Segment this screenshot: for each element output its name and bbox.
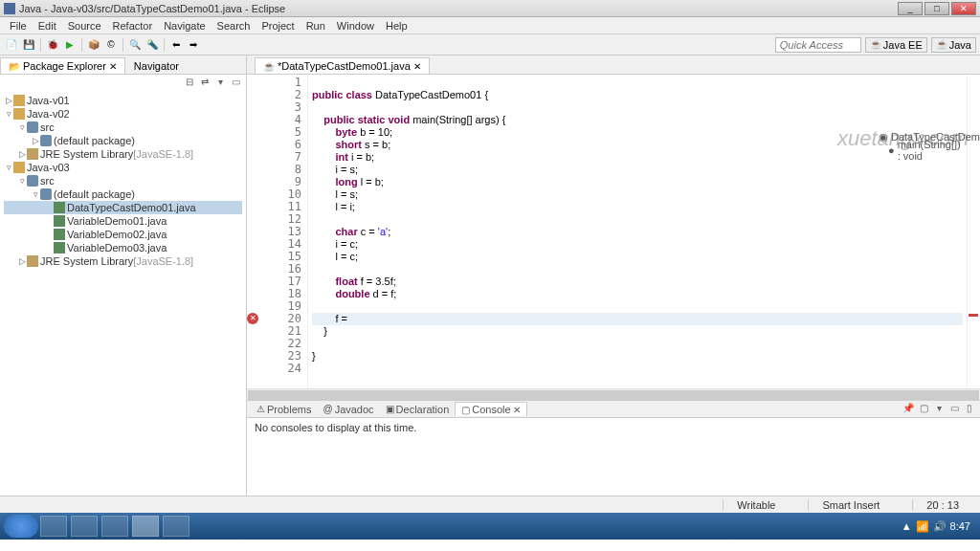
perspective-javaee[interactable]: ☕ Java EE [865, 37, 927, 53]
perspective-java[interactable]: ☕ Java [931, 37, 976, 53]
save-icon[interactable]: 💾 [21, 37, 36, 53]
editor-area[interactable]: ✕ 12345678910111213141516171819202122232… [247, 75, 980, 388]
app-icon [4, 3, 15, 14]
menu-navigate[interactable]: Navigate [158, 20, 211, 32]
tab-javadoc[interactable]: @ Javadoc [317, 403, 379, 416]
taskbar-explorer-icon[interactable] [40, 516, 67, 537]
windows-taskbar: ▲ 📶 🔊 8:47 [0, 513, 980, 540]
quick-access-area: ☕ Java EE ☕ Java [775, 37, 976, 53]
menu-search[interactable]: Search [212, 20, 256, 32]
taskbar-app-icon[interactable] [71, 516, 98, 537]
status-writable: Writable [723, 499, 789, 511]
code-text-area[interactable]: public class DataTypeCastDemo01 { public… [308, 75, 967, 388]
menu-source[interactable]: Source [62, 20, 107, 32]
main-toolbar: 📄 💾 🐞 ▶ 📦 © 🔍 🔦 ⬅ ➡ ☕ Java EE ☕ Java [0, 34, 980, 55]
project-tree: ▷Java-v01▿Java-v02▿src▷(default package)… [0, 92, 246, 496]
main-workspace: 📂 Package Explorer ✕ Navigator ⊟ ⇄ ▾ ▭ ▷… [0, 55, 980, 496]
taskbar-app2-icon[interactable] [101, 516, 128, 537]
editor-tab-active[interactable]: ☕ *DataTypeCastDemo01.java ✕ [255, 57, 430, 74]
open-console-icon[interactable]: ▾ [932, 403, 946, 416]
tree-item[interactable]: VariableDemo03.java [4, 241, 242, 254]
tray-volume-icon[interactable]: 🔊 [933, 520, 947, 533]
menu-window[interactable]: Window [331, 20, 380, 32]
outline-method[interactable]: ● main(String[]) : void [879, 143, 965, 157]
close-button[interactable]: ✕ [951, 2, 976, 15]
tree-item[interactable]: VariableDemo02.java [4, 228, 242, 241]
line-number-gutter: 123456789101112131415161718192021222324 [260, 75, 308, 388]
status-cursor-position: 20 : 13 [912, 499, 972, 511]
tray-clock[interactable]: 8:47 [950, 520, 970, 532]
display-console-icon[interactable]: ▢ [917, 403, 930, 416]
collapse-all-icon[interactable]: ⊟ [183, 77, 196, 90]
tree-item[interactable]: ▿Java-v02 [4, 107, 242, 121]
quick-access-input[interactable] [775, 37, 861, 53]
pin-console-icon[interactable]: 📌 [902, 403, 915, 416]
maximize-button[interactable]: □ [924, 2, 949, 15]
window-title: Java - Java-v03/src/DataTypeCastDemo01.j… [19, 3, 898, 14]
system-tray[interactable]: ▲ 📶 🔊 8:47 [902, 520, 976, 533]
bottom-panel: ⚠ Problems @ Javadoc ▣ Declaration ▢ Con… [247, 400, 980, 496]
console-content: No consoles to display at this time. [247, 418, 980, 496]
marker-bar: ✕ [247, 75, 260, 388]
tree-item[interactable]: ▿src [4, 174, 242, 187]
tray-network-icon[interactable]: 📶 [916, 520, 929, 533]
new-package-icon[interactable]: 📦 [86, 37, 101, 53]
console-min-icon[interactable]: ▭ [947, 403, 961, 416]
taskbar-eclipse-icon[interactable] [132, 516, 159, 537]
editor-horizontal-scrollbar[interactable] [247, 388, 980, 400]
menu-file[interactable]: File [4, 20, 33, 32]
tab-package-explorer[interactable]: 📂 Package Explorer ✕ [0, 57, 125, 74]
run-icon[interactable]: ▶ [62, 37, 78, 53]
minimize-panel-icon[interactable]: ▭ [229, 77, 242, 90]
tree-item[interactable]: ▿Java-v03 [4, 161, 242, 174]
status-insert-mode: Smart Insert [808, 499, 893, 511]
window-controls: _ □ ✕ [898, 2, 976, 15]
tab-console[interactable]: ▢ Console ✕ [455, 402, 526, 416]
console-max-icon[interactable]: ▯ [963, 403, 976, 416]
forward-icon[interactable]: ➡ [186, 37, 201, 53]
tab-navigator[interactable]: Navigator [125, 57, 188, 74]
tree-item[interactable]: DataTypeCastDemo01.java [4, 201, 242, 214]
start-button[interactable] [4, 515, 38, 538]
menu-refactor[interactable]: Refactor [107, 20, 159, 32]
taskbar-app3-icon[interactable] [163, 516, 189, 537]
minimize-button[interactable]: _ [898, 2, 923, 15]
tree-item[interactable]: ▿(default package) [4, 187, 242, 201]
open-type-icon[interactable]: 🔍 [127, 37, 143, 53]
overview-error-mark[interactable] [969, 314, 978, 317]
editor-panel: ☕ *DataTypeCastDemo01.java ✕ ✕ 123456789… [247, 55, 980, 496]
outline-overlay: ◉ DataTypeCastDemo01 ● main(String[]) : … [879, 130, 965, 157]
package-explorer-panel: 📂 Package Explorer ✕ Navigator ⊟ ⇄ ▾ ▭ ▷… [0, 55, 247, 496]
tree-item[interactable]: ▷JRE System Library [JavaSE-1.8] [4, 254, 242, 268]
status-bar: Writable Smart Insert 20 : 13 [0, 496, 980, 513]
back-icon[interactable]: ⬅ [168, 37, 184, 53]
menu-help[interactable]: Help [380, 20, 413, 32]
menu-run[interactable]: Run [301, 20, 331, 32]
tree-item[interactable]: ▷Java-v01 [4, 94, 242, 107]
new-icon[interactable]: 📄 [4, 37, 19, 53]
tree-item[interactable]: ▷(default package) [4, 134, 242, 147]
tree-item[interactable]: ▿src [4, 121, 242, 134]
view-menu-icon[interactable]: ▾ [213, 77, 227, 90]
menu-bar: FileEditSourceRefactorNavigateSearchProj… [0, 17, 980, 34]
tab-problems[interactable]: ⚠ Problems [251, 403, 317, 416]
tree-item[interactable]: VariableDemo01.java [4, 214, 242, 228]
tab-declaration[interactable]: ▣ Declaration [380, 403, 456, 416]
error-marker-icon[interactable]: ✕ [247, 313, 258, 324]
overview-ruler[interactable] [967, 75, 980, 388]
debug-icon[interactable]: 🐞 [45, 37, 60, 53]
window-title-bar: Java - Java-v03/src/DataTypeCastDemo01.j… [0, 0, 980, 17]
tree-item[interactable]: ▷JRE System Library [JavaSE-1.8] [4, 147, 242, 161]
menu-project[interactable]: Project [256, 20, 300, 32]
tray-flag-icon[interactable]: ▲ [902, 520, 912, 532]
menu-edit[interactable]: Edit [33, 20, 62, 32]
new-class-icon[interactable]: © [103, 37, 119, 53]
link-editor-icon[interactable]: ⇄ [198, 77, 212, 90]
search-icon[interactable]: 🔦 [145, 37, 160, 53]
